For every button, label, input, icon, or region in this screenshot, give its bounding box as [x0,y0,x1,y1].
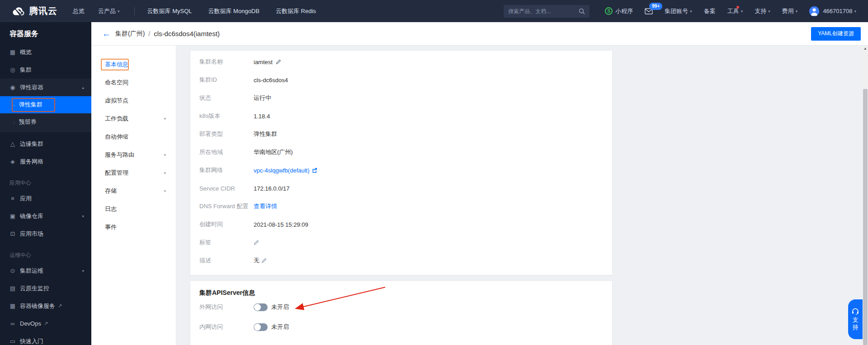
tab-config-management[interactable]: 配置管理 ▾ [91,164,176,182]
cluster-detail-nav: 基本信息 命名空间 虚拟节点 工作负载 ▾ 自动伸缩 服务与路由 ▾ 配置管理 … [91,46,176,345]
sidebar: 容器服务 ▦ 概览 ◎ 集群 ◉ 弹性容器 ▴ · 弹性集群 · 预留券 △ 边… [0,22,91,345]
nav-beian[interactable]: 备案 [704,7,716,15]
back-arrow-icon[interactable]: ← [102,29,111,38]
page-scrollbar: ▲ [863,46,868,345]
nav-support[interactable]: 支持▾ [755,7,770,15]
public-access-state: 未开启 [271,303,289,311]
toggle-knob [254,324,261,331]
k8s-version-value: 1.18.4 [254,113,270,120]
tab-events[interactable]: 事件 [91,218,176,236]
apiserver-info-card: 集群APIServer信息 外网访问 未开启 内网访问 未开启 [190,280,613,345]
search-icon[interactable] [579,8,585,14]
breadcrumb-cluster-id: cls-dc6sdos4(iamtest) [154,30,220,37]
user-account-menu[interactable]: 466701708 ▾ [809,6,856,16]
nav-product-mysql[interactable]: 云数据库 MySQL [147,7,192,15]
scrollbar-up-arrow[interactable]: ▲ [863,47,868,51]
sidebar-item-quickstart[interactable]: ▭ 快速入门 [0,332,91,345]
create-time-value: 2021-08-15 15:29:09 [254,221,308,228]
nav-group-account[interactable]: 集团账号▾ [665,7,692,15]
tab-logs[interactable]: 日志 [91,200,176,218]
tab-autoscaling[interactable]: 自动伸缩 [91,128,176,146]
chevron-down-icon: ▾ [82,214,84,219]
nav-overview[interactable]: 总览 [73,7,85,15]
yaml-create-button[interactable]: YAML创建资源 [811,27,861,41]
miniprogram-icon: S [605,7,613,15]
tencent-cloud-logo[interactable]: 腾讯云 [12,5,57,17]
public-access-toggle[interactable] [254,303,268,311]
sidebar-item-edge-cluster[interactable]: △ 边缘集群 [0,135,91,153]
sidebar-item-devops[interactable]: ∞ DevOps ↗ [0,315,91,332]
info-row-description: 描述 无 [199,252,603,270]
nav-product-mongodb[interactable]: 云数据库 MongoDB [208,7,259,15]
tools-notification-dot [736,6,739,9]
scrollbar-thumb[interactable] [863,89,868,345]
chevron-down-icon: ▾ [164,117,166,121]
sidebar-item-native-monitor[interactable]: ▤ 云原生监控 [0,280,91,297]
tab-service-route[interactable]: 服务与路由 ▾ [91,146,176,164]
private-access-toggle[interactable] [254,323,268,331]
app-market-icon: ⊡ [9,230,16,237]
edit-pencil-icon[interactable] [254,240,259,245]
sidebar-item-image-registry[interactable]: ▣ 镜像仓库 ▾ [0,207,91,225]
deploy-type-value: 弹性集群 [254,130,277,138]
external-link-icon: ↗ [44,321,48,326]
dns-detail-link[interactable]: 查看详情 [254,202,277,210]
nav-miniprogram[interactable]: S 小程序 [605,7,633,15]
apiserver-row-public-access: 外网访问 未开启 [199,297,603,317]
toggle-knob [254,304,261,311]
sidebar-item-reserved-coupon[interactable]: · 预留券 [0,113,91,131]
external-link-icon: ↗ [58,303,62,309]
nav-tools[interactable]: 工具▾ [727,7,743,15]
info-row-tags: 标签 [199,233,603,252]
sidebar-title: 容器服务 [0,22,91,43]
chevron-down-icon: ▾ [164,189,166,193]
vpc-link[interactable]: vpc-4slqgwfb(default) [254,167,310,174]
info-row-dns-forward: DNS Forward 配置 查看详情 [199,197,603,215]
tab-basic-info[interactable]: 基本信息 [91,56,176,74]
breadcrumb-cluster-list[interactable]: 集群(广州) [115,30,145,38]
search-box[interactable] [504,5,590,18]
chevron-up-icon: ▴ [82,85,84,90]
bullet-icon: · [13,119,15,126]
nav-messages[interactable]: 99+ [645,8,653,14]
tab-namespace[interactable]: 命名空间 [91,74,176,92]
sidebar-item-overview[interactable]: ▦ 概览 [0,43,91,61]
container-registry-icon: ▦ [9,303,16,309]
tab-workload[interactable]: 工作负载 ▾ [91,110,176,128]
nav-products-menu[interactable]: 云产品▾ [98,7,120,15]
sidebar-item-cluster-ops[interactable]: ⊙ 集群运维 ▾ [0,262,91,280]
sidebar-section-app-center: 应用中心 [0,170,91,190]
apiserver-card-title: 集群APIServer信息 [199,289,603,297]
nav-product-redis[interactable]: 云数据库 Redis [276,7,316,15]
chevron-down-icon: ▾ [82,269,84,273]
sidebar-item-service-mesh[interactable]: ◈ 服务网格 [0,153,91,170]
sidebar-item-app-market[interactable]: ⊡ 应用市场 [0,225,91,242]
sidebar-item-container-registry[interactable]: ▦ 容器镜像服务 ↗ [0,297,91,315]
edit-pencil-icon[interactable] [261,258,267,263]
tab-virtual-node[interactable]: 虚拟节点 [91,92,176,110]
breadcrumb-separator: / [148,30,150,37]
cluster-id-value: cls-dc6sdos4 [254,77,288,84]
top-nav: 腾讯云 总览 云产品▾ 云数据库 MySQL 云数据库 MongoDB 云数据库… [0,0,868,22]
description-value: 无 [254,256,259,265]
sidebar-item-elastic-cluster[interactable]: · 弹性集群 [0,96,91,113]
nav-billing[interactable]: 费用▾ [782,7,798,15]
overview-icon: ▦ [9,49,16,56]
tab-storage[interactable]: 存储 ▾ [91,182,176,200]
sidebar-item-elastic-container[interactable]: ◉ 弹性容器 ▴ [0,79,91,96]
chevron-down-icon: ▾ [796,9,798,14]
sidebar-item-app[interactable]: ≡ 应用 [0,190,91,207]
external-link-icon[interactable] [312,168,317,173]
info-row-region: 所在地域 华南地区(广州) [199,143,603,161]
chevron-down-icon: ▾ [164,153,166,157]
sidebar-item-cluster[interactable]: ◎ 集群 [0,61,91,79]
user-icon [809,6,819,16]
devops-icon: ∞ [9,320,16,327]
chevron-down-icon: ▾ [741,9,743,14]
native-monitor-icon: ▤ [9,285,16,292]
support-fab-button[interactable]: 支持 [848,299,863,339]
search-input[interactable] [508,8,579,14]
edit-pencil-icon[interactable] [276,59,281,65]
brand-name: 腾讯云 [29,5,57,17]
service-mesh-icon: ◈ [9,158,16,165]
